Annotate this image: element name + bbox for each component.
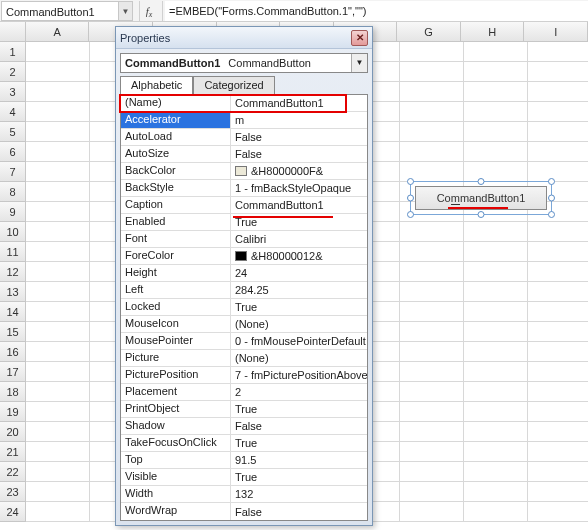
cell[interactable]	[464, 102, 528, 122]
cell[interactable]	[528, 362, 588, 382]
property-value[interactable]: 1 - fmBackStyleOpaque	[231, 180, 367, 196]
properties-grid[interactable]: (Name)CommandButton1AcceleratormAutoLoad…	[120, 95, 368, 521]
cell[interactable]	[528, 42, 588, 62]
cell[interactable]	[464, 242, 528, 262]
property-value[interactable]: 132	[231, 486, 367, 502]
cell[interactable]	[400, 282, 464, 302]
cell[interactable]	[464, 482, 528, 502]
cell[interactable]	[528, 302, 588, 322]
cell[interactable]	[400, 122, 464, 142]
cell[interactable]	[528, 102, 588, 122]
property-value[interactable]: &H80000012&	[231, 248, 367, 264]
resize-handle[interactable]	[548, 211, 555, 218]
property-value[interactable]: CommandButton1	[231, 197, 367, 213]
cell[interactable]	[464, 122, 528, 142]
cell[interactable]	[26, 182, 90, 202]
property-value[interactable]: True	[231, 401, 367, 417]
row-header[interactable]: 19	[0, 402, 26, 422]
property-value[interactable]: True	[231, 469, 367, 485]
cell[interactable]	[464, 302, 528, 322]
property-value[interactable]: (None)	[231, 350, 367, 366]
property-value[interactable]: Calibri	[231, 231, 367, 247]
property-value[interactable]: False	[231, 503, 367, 520]
resize-handle[interactable]	[407, 195, 414, 202]
cell[interactable]	[26, 222, 90, 242]
cell[interactable]	[26, 442, 90, 462]
cell[interactable]	[464, 282, 528, 302]
property-value[interactable]: True	[231, 214, 367, 230]
cell[interactable]	[528, 502, 588, 522]
property-row[interactable]: Placement2	[121, 384, 367, 401]
cell[interactable]	[26, 322, 90, 342]
cell[interactable]	[26, 102, 90, 122]
row-header[interactable]: 12	[0, 262, 26, 282]
cell[interactable]	[464, 442, 528, 462]
row-header[interactable]: 14	[0, 302, 26, 322]
cell[interactable]	[464, 162, 528, 182]
property-row[interactable]: VisibleTrue	[121, 469, 367, 486]
property-row[interactable]: MouseIcon(None)	[121, 316, 367, 333]
property-value[interactable]: False	[231, 418, 367, 434]
property-row[interactable]: LockedTrue	[121, 299, 367, 316]
property-row[interactable]: (Name)CommandButton1	[121, 95, 367, 112]
row-header[interactable]: 3	[0, 82, 26, 102]
row-header[interactable]: 23	[0, 482, 26, 502]
row-header[interactable]: 24	[0, 502, 26, 522]
cell[interactable]	[464, 222, 528, 242]
cell[interactable]	[464, 462, 528, 482]
property-value[interactable]: 7 - fmPicturePositionAboveCen	[231, 367, 367, 383]
property-row[interactable]: BackStyle1 - fmBackStyleOpaque	[121, 180, 367, 197]
property-row[interactable]: Top91.5	[121, 452, 367, 469]
cell[interactable]	[464, 422, 528, 442]
cell[interactable]	[528, 262, 588, 282]
property-row[interactable]: Height24	[121, 265, 367, 282]
property-value[interactable]: CommandButton1	[231, 95, 367, 111]
cell[interactable]	[26, 382, 90, 402]
cell[interactable]	[26, 302, 90, 322]
row-header[interactable]: 6	[0, 142, 26, 162]
cell[interactable]	[26, 462, 90, 482]
property-row[interactable]: PicturePosition7 - fmPicturePositionAbov…	[121, 367, 367, 384]
cell[interactable]	[528, 382, 588, 402]
property-row[interactable]: CaptionCommandButton1	[121, 197, 367, 214]
cell[interactable]	[528, 222, 588, 242]
cell[interactable]	[26, 402, 90, 422]
property-value[interactable]: 91.5	[231, 452, 367, 468]
cell[interactable]	[464, 402, 528, 422]
cell[interactable]	[400, 362, 464, 382]
resize-handle[interactable]	[478, 211, 485, 218]
property-value[interactable]: 0 - fmMousePointerDefault	[231, 333, 367, 349]
cell[interactable]	[26, 162, 90, 182]
resize-handle[interactable]	[407, 211, 414, 218]
cell[interactable]	[400, 82, 464, 102]
row-header[interactable]: 1	[0, 42, 26, 62]
row-header[interactable]: 21	[0, 442, 26, 462]
row-header[interactable]: 13	[0, 282, 26, 302]
cell[interactable]	[400, 462, 464, 482]
cell[interactable]	[400, 222, 464, 242]
property-row[interactable]: Acceleratorm	[121, 112, 367, 129]
cell[interactable]	[528, 322, 588, 342]
chevron-down-icon[interactable]: ▼	[351, 54, 367, 72]
row-header[interactable]: 10	[0, 222, 26, 242]
cell[interactable]	[464, 362, 528, 382]
property-value[interactable]: (None)	[231, 316, 367, 332]
cell[interactable]	[400, 62, 464, 82]
property-value[interactable]: True	[231, 435, 367, 451]
property-row[interactable]: Picture(None)	[121, 350, 367, 367]
cell[interactable]	[464, 502, 528, 522]
row-header[interactable]: 8	[0, 182, 26, 202]
object-combobox[interactable]: CommandButton1 CommandButton ▼	[120, 53, 368, 73]
resize-handle[interactable]	[407, 178, 414, 185]
cell[interactable]	[528, 462, 588, 482]
cell[interactable]	[528, 242, 588, 262]
property-value[interactable]: True	[231, 299, 367, 315]
property-value[interactable]: False	[231, 146, 367, 162]
cell[interactable]	[528, 162, 588, 182]
cell[interactable]	[26, 82, 90, 102]
property-value[interactable]: 284.25	[231, 282, 367, 298]
cell[interactable]	[464, 322, 528, 342]
row-header[interactable]: 20	[0, 422, 26, 442]
commandbutton-shape[interactable]: CommandButton1	[415, 186, 547, 210]
property-row[interactable]: TakeFocusOnClickTrue	[121, 435, 367, 452]
